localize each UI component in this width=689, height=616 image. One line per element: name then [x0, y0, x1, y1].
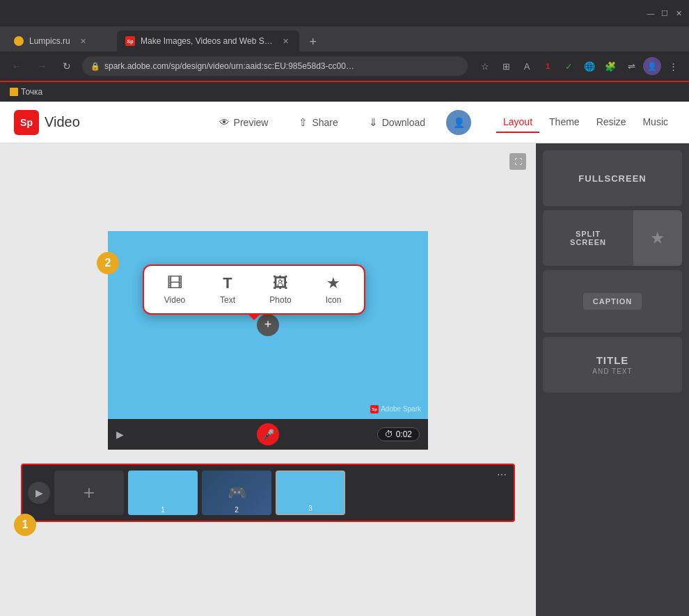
- title-sub-label: AND TEXT: [592, 368, 632, 375]
- time-badge: ⏱ 0:02: [377, 427, 420, 441]
- popup-photo-item[interactable]: 🖼 Photo: [261, 274, 300, 305]
- spark-small-logo: Sp: [370, 405, 379, 413]
- text-icon: T: [223, 274, 232, 292]
- timeline-play-button[interactable]: ▶: [28, 482, 50, 504]
- adobe-favicon: Sp: [125, 36, 135, 46]
- layout-split-star-icon[interactable]: ★: [633, 210, 682, 266]
- step-badge-2: 2: [97, 252, 119, 274]
- timeline-wrapper: 1 ▶ + 1 🎮: [14, 457, 522, 529]
- download-icon: ⇓: [369, 116, 378, 129]
- icon-icon: ★: [326, 274, 340, 292]
- tab-adobe-label: Make Images, Videos and Web S…: [141, 36, 273, 46]
- mic-button[interactable]: 🎤: [257, 423, 279, 445]
- tab-adobe-close[interactable]: ✕: [281, 36, 291, 46]
- menu-icon[interactable]: ⋮: [664, 57, 682, 75]
- refresh-button[interactable]: ↻: [57, 56, 77, 76]
- tab-adobe[interactable]: Sp Make Images, Videos and Web S… ✕: [117, 31, 299, 52]
- clock-icon: ⏱: [385, 429, 393, 439]
- layout-fullscreen-card[interactable]: FULLSCREEN: [543, 150, 682, 206]
- address-input[interactable]: 🔒 spark.adobe.com/sp/design/video/urn:aa…: [82, 56, 468, 76]
- browser-window: — ☐ ✕ Lumpics.ru ✕ Sp Make Images, Video…: [0, 0, 689, 616]
- globe-icon[interactable]: 🌐: [580, 57, 599, 75]
- check-icon[interactable]: ✓: [560, 57, 578, 75]
- address-bar: ← → ↻ 🔒 spark.adobe.com/sp/design/video/…: [0, 52, 689, 82]
- slide-controls: ▶ 🎤 ⏱ 0:02: [108, 419, 428, 450]
- tab-music[interactable]: Music: [635, 112, 675, 133]
- forward-button[interactable]: →: [32, 56, 52, 76]
- popup-photo-label: Photo: [269, 295, 291, 305]
- preview-button[interactable]: 👁 Preview: [209, 112, 278, 132]
- header-profile-avatar[interactable]: 👤: [446, 110, 471, 135]
- profile-avatar[interactable]: 👤: [643, 57, 661, 75]
- sp-badge: Sp: [14, 110, 39, 135]
- new-tab-button[interactable]: +: [303, 32, 323, 52]
- slide-play-button[interactable]: ▶: [116, 429, 124, 440]
- tab-layout[interactable]: Layout: [496, 112, 539, 133]
- layout-title-card[interactable]: TITLE AND TEXT: [543, 337, 682, 393]
- canvas-area: ⛶ 🎞 Video T Text: [0, 143, 536, 616]
- timeline-slide-2-label: 2: [235, 506, 239, 514]
- adobe-spark-watermark: Sp Adobe Spark: [370, 405, 421, 413]
- popup-text-label: Text: [220, 295, 235, 305]
- bookmark-tochka[interactable]: Точка: [7, 87, 45, 97]
- right-panel: FULLSCREEN SPLIT SCREEN ★ CAPTION: [536, 143, 689, 616]
- video-icon: 🎞: [167, 274, 182, 292]
- main-area: ⛶ 🎞 Video T Text: [0, 143, 689, 616]
- layout-caption-card[interactable]: CAPTION: [543, 270, 682, 333]
- popup-menu: 🎞 Video T Text 🖼 Photo: [143, 264, 365, 315]
- translate-icon[interactable]: A: [518, 57, 536, 75]
- timeline-slide-1-label: 1: [161, 506, 165, 514]
- tab-lumpics-label: Lumpics.ru: [29, 36, 70, 46]
- step-badge-1: 1: [14, 514, 36, 536]
- tab-bar: Lumpics.ru ✕ Sp Make Images, Videos and …: [0, 26, 689, 52]
- bookmarks-bar: Точка: [0, 82, 689, 102]
- preview-icon: 👁: [219, 116, 230, 128]
- slide-wrapper: 🎞 Video T Text 🖼 Photo: [108, 231, 428, 450]
- share-button[interactable]: ⇧ Share: [289, 112, 347, 133]
- sync-icon[interactable]: ⇌: [622, 57, 640, 75]
- canvas-wrapper: 🎞 Video T Text 🖼 Photo: [14, 231, 522, 529]
- bookmark-star-icon[interactable]: ☆: [476, 57, 494, 75]
- layout-split-screen-card: SPLIT SCREEN ★: [543, 210, 682, 266]
- close-button[interactable]: ✕: [674, 8, 683, 18]
- title-bar-controls: — ☐ ✕: [646, 8, 683, 18]
- extensions-icon[interactable]: 🧩: [601, 57, 619, 75]
- tab-lumpics[interactable]: Lumpics.ru ✕: [6, 31, 117, 52]
- add-slide-icon: +: [84, 482, 95, 504]
- share-icon: ⇧: [299, 116, 308, 129]
- maximize-button[interactable]: ☐: [660, 8, 670, 18]
- tab-resize[interactable]: Resize: [589, 112, 633, 133]
- title-bar: — ☐ ✕: [0, 0, 689, 26]
- layout-split-text[interactable]: SPLIT SCREEN: [543, 210, 633, 266]
- sp-logo: Sp Video: [14, 110, 80, 135]
- timeline-slide-2[interactable]: 🎮 2: [202, 471, 271, 515]
- minimize-button[interactable]: —: [646, 8, 656, 18]
- popup-text-item[interactable]: T Text: [208, 274, 247, 305]
- fullscreen-icon[interactable]: ⛶: [509, 153, 526, 170]
- download-button[interactable]: ⇓ Download: [359, 112, 435, 133]
- caption-inner-label: CAPTION: [583, 293, 642, 310]
- tab-lumpics-close[interactable]: ✕: [79, 36, 88, 46]
- timeline-add-slide-button[interactable]: +: [54, 471, 124, 515]
- timeline-area: ▶ + 1 🎮: [21, 464, 515, 522]
- toolbar-icons: ☆ ⊞ A 1 ✓ 🌐 🧩 ⇌ 👤 ⋮: [476, 57, 682, 75]
- title-main-label: TITLE: [596, 354, 629, 366]
- slide-controls-inner: ▶ 🎤 ⏱ 0:02: [116, 427, 420, 441]
- popup-video-label: Video: [164, 295, 185, 305]
- popup-icon-item[interactable]: ★ Icon: [314, 274, 353, 305]
- timeline-slide-3[interactable]: 3: [276, 471, 345, 515]
- collection-icon[interactable]: ⊞: [497, 57, 515, 75]
- timeline-slide-3-label: 3: [308, 505, 312, 512]
- address-text: spark.adobe.com/sp/design/video/urn:aaid…: [104, 61, 354, 71]
- popup-video-item[interactable]: 🎞 Video: [155, 274, 194, 305]
- header-tabs: Layout Theme Resize Music: [496, 112, 675, 133]
- timeline-slide-1[interactable]: 1: [128, 471, 198, 515]
- app-container: Sp Video 👁 Preview ⇧ Share ⇓ Download 👤 …: [0, 102, 689, 616]
- norton-icon[interactable]: 1: [539, 57, 557, 75]
- app-title: Video: [45, 114, 80, 130]
- tab-theme[interactable]: Theme: [542, 112, 587, 133]
- popup-icon-label: Icon: [326, 295, 342, 305]
- back-button[interactable]: ←: [7, 56, 26, 76]
- photo-icon: 🖼: [273, 274, 288, 292]
- timeline-more-button[interactable]: ⋯: [497, 469, 507, 480]
